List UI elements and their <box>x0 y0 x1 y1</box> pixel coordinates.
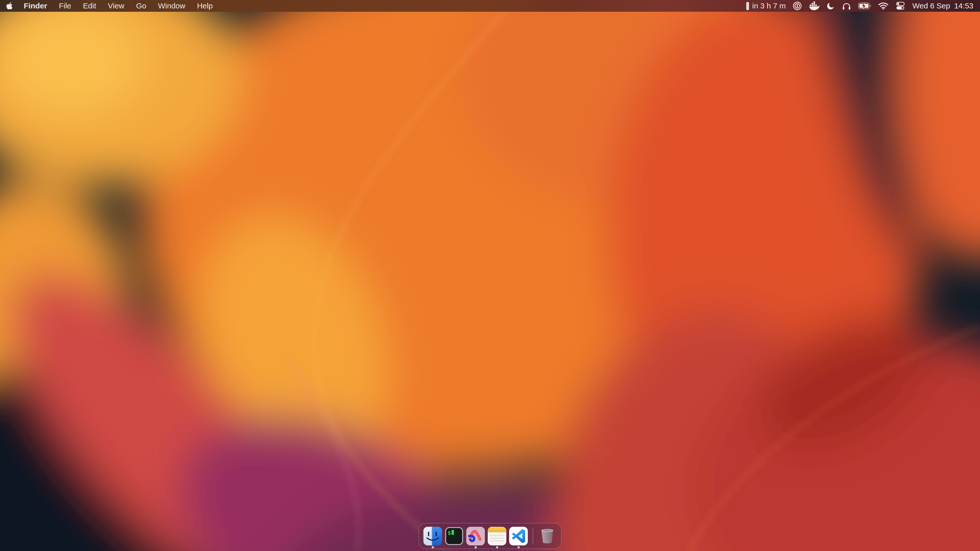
timer-bar-icon <box>746 2 749 10</box>
notes-icon <box>488 527 506 545</box>
arc-browser-icon <box>466 527 485 545</box>
clock-time: 14:53 <box>954 2 974 10</box>
docker-whale-icon <box>809 1 819 11</box>
moon-icon <box>826 2 835 10</box>
dock-item-finder[interactable] <box>423 527 442 545</box>
target-ring-menu-item[interactable] <box>793 1 802 11</box>
menu-window[interactable]: Window <box>152 0 191 12</box>
dock-item-vscode[interactable] <box>509 527 528 545</box>
running-indicator <box>496 546 498 548</box>
clock-date: Wed 6 Sep <box>912 2 950 10</box>
timer-countdown-text: in 3 h 7 m <box>752 2 786 10</box>
desktop[interactable]: Finder File Edit View Go Window Help in … <box>0 0 980 551</box>
apple-menu[interactable] <box>6 2 18 10</box>
docker-menu-item[interactable] <box>809 1 819 11</box>
dock-item-arc[interactable] <box>466 527 485 545</box>
control-center-icon <box>895 2 905 10</box>
menu-edit[interactable]: Edit <box>77 0 102 12</box>
wifi-icon <box>878 2 888 10</box>
svg-text:$: $ <box>448 529 451 536</box>
menu-bar-left: Finder File Edit View Go Window Help <box>6 0 219 12</box>
menu-app-finder[interactable]: Finder <box>18 0 53 12</box>
dock-separator <box>533 527 533 545</box>
terminal-icon: $ <box>445 527 463 545</box>
dock-item-notes[interactable] <box>488 527 506 545</box>
headphones-icon <box>842 2 851 10</box>
menu-file[interactable]: File <box>53 0 77 12</box>
menu-view[interactable]: View <box>102 0 130 12</box>
desktop-wallpaper <box>0 0 980 551</box>
wifi-menu-item[interactable] <box>878 2 888 10</box>
dock-item-trash[interactable] <box>538 527 557 545</box>
apple-logo-icon <box>6 2 13 10</box>
dock-item-terminal[interactable]: $ <box>445 527 463 545</box>
menu-bar-clock[interactable]: Wed 6 Sep 14:53 <box>912 2 974 10</box>
sound-output-menu-item[interactable] <box>842 2 851 10</box>
menu-go[interactable]: Go <box>130 0 152 12</box>
running-indicator <box>517 546 520 548</box>
running-indicator <box>474 546 477 548</box>
focus-menu-item[interactable] <box>826 2 835 10</box>
menu-bar-status-area: in 3 h 7 m <box>746 0 974 12</box>
battery-menu-item[interactable] <box>858 2 871 10</box>
timer-status-item[interactable]: in 3 h 7 m <box>746 2 786 10</box>
menu-help[interactable]: Help <box>191 0 219 12</box>
finder-icon <box>423 527 442 545</box>
battery-charging-icon <box>858 2 871 10</box>
trash-icon <box>538 527 557 545</box>
wallpaper-art <box>0 0 980 551</box>
running-indicator <box>431 546 434 548</box>
menu-bar: Finder File Edit View Go Window Help in … <box>0 0 980 12</box>
control-center-menu-item[interactable] <box>895 2 905 10</box>
vscode-icon <box>509 527 528 545</box>
dock: $ <box>418 523 562 549</box>
target-ring-icon <box>793 1 802 11</box>
